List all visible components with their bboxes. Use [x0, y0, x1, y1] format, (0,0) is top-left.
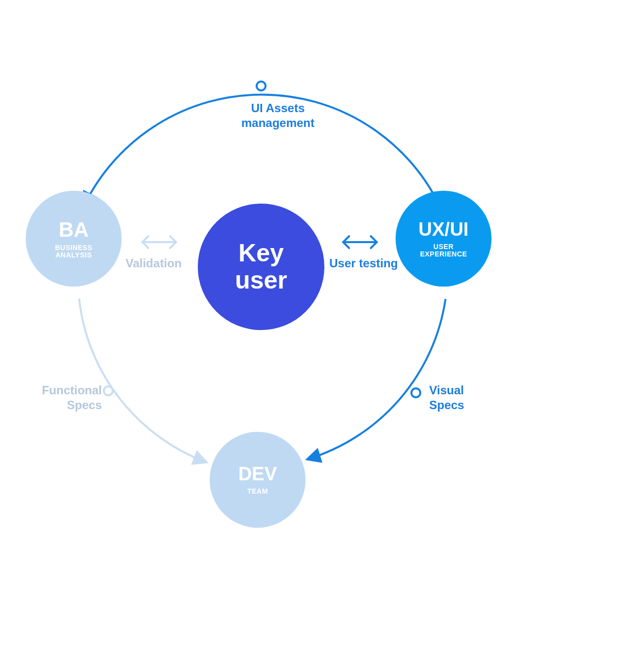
node-ba-title: BA [59, 218, 89, 241]
node-ba-sub: BUSINESS ANALYSIS [55, 244, 92, 259]
double-arrow-right [343, 236, 377, 248]
arc-right-dot [411, 388, 420, 397]
label-functional-specs: Functional Specs [33, 383, 102, 413]
node-key-user-title: Key user [235, 240, 287, 294]
label-ui-assets: UI Assets management [224, 101, 332, 130]
arc-left-dot [104, 386, 113, 395]
label-validation: Validation [126, 256, 181, 271]
arc-left [79, 298, 206, 462]
label-visual-specs: Visual Specs [429, 383, 464, 413]
arc-top-dot [257, 82, 266, 90]
node-key-user: Key user [198, 204, 324, 330]
node-dev-sub: TEAM [247, 488, 268, 495]
diagram-canvas: Key user BA BUSINESS ANALYSIS UX/UI USER… [0, 0, 626, 672]
label-user-testing: User testing [329, 256, 398, 271]
node-uxui-sub: USER EXPERIENCE [420, 243, 467, 258]
node-uxui-title: UX/UI [418, 219, 468, 240]
double-arrow-left [142, 236, 176, 248]
node-ba: BA BUSINESS ANALYSIS [26, 191, 122, 287]
node-dev: DEV TEAM [210, 432, 306, 528]
arc-right [308, 299, 446, 459]
node-dev-title: DEV [238, 464, 277, 485]
node-uxui: UX/UI USER EXPERIENCE [396, 191, 492, 287]
